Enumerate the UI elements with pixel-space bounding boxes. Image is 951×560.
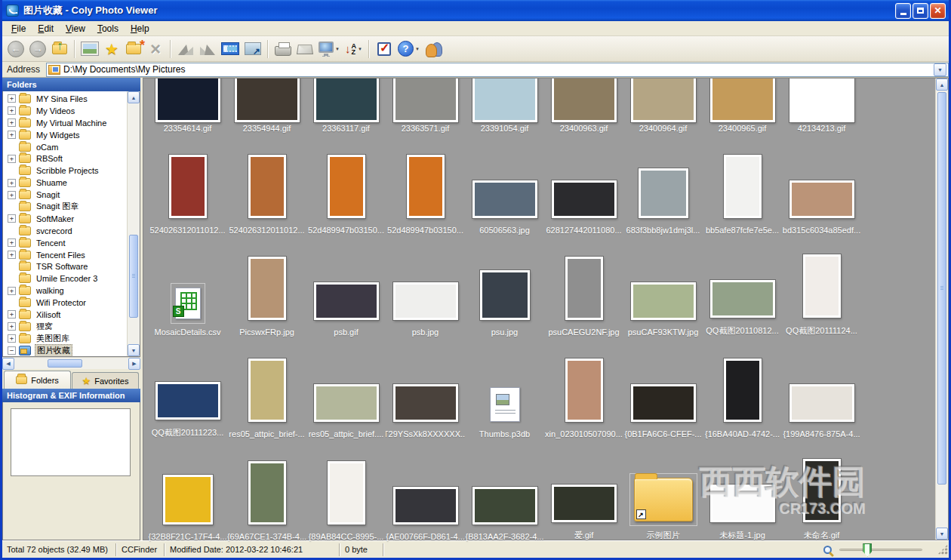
thumbnail-item[interactable]: 628127442011080... xyxy=(544,135,623,237)
resize-grip[interactable] xyxy=(937,544,948,555)
thumbnail-item[interactable]: bb5afe87fcfe7e5e... xyxy=(703,135,782,237)
menu-help[interactable]: Help xyxy=(125,22,155,35)
thumbnail-item[interactable]: 23400964.gif xyxy=(623,78,703,135)
tree-expand-toggle[interactable]: + xyxy=(8,94,16,103)
scroll-down-icon[interactable]: ▼ xyxy=(936,528,948,540)
menu-tools[interactable]: Tools xyxy=(91,22,125,35)
thumbnail-item[interactable]: psuCAEGU2NF.jpg xyxy=(544,237,623,339)
tree-expand-toggle[interactable]: + xyxy=(8,106,16,115)
set-wallpaper-dropdown-icon[interactable]: ▼ xyxy=(335,47,340,51)
tree-item[interactable]: −图片收藏 xyxy=(8,345,127,356)
thumbnail-item[interactable]: {69A67CE1-374B-4... xyxy=(227,441,306,543)
tree-item[interactable]: +美图图库 xyxy=(8,333,127,345)
thumbnail-item[interactable]: 524026312011012... xyxy=(148,135,227,237)
menu-view[interactable]: View xyxy=(60,22,91,35)
thumbnail-item[interactable]: psuCAF93KTW.jpg xyxy=(623,237,703,339)
address-input[interactable]: D:\My Documents\My Pictures ▼ xyxy=(46,63,949,77)
tree-scrollbar-thumb[interactable] xyxy=(129,235,138,318)
thumbnail-item[interactable]: 42134213.gif xyxy=(782,78,861,135)
thumbnail-item[interactable]: 60506563.jpg xyxy=(465,135,544,237)
thumbnail-item[interactable]: 524026312011012... xyxy=(227,135,306,237)
thumbnail-item[interactable]: SMosaicDetails.csv xyxy=(148,237,227,339)
tree-item[interactable]: +MY Sina Files xyxy=(8,93,127,105)
tree-item[interactable]: TSR Software xyxy=(8,260,127,272)
thumbnail-item[interactable]: Thumbs.p3db xyxy=(465,339,544,441)
forward-button[interactable] xyxy=(27,38,48,60)
tree-item[interactable]: +Tencent Files xyxy=(8,249,127,261)
tree-item[interactable]: oCam xyxy=(8,141,127,153)
favorites-star-button[interactable] xyxy=(101,38,122,60)
sort-az-button[interactable]: ↓AZ▼ xyxy=(343,38,365,60)
tree-expand-toggle[interactable]: + xyxy=(8,287,16,295)
tree-expand-toggle[interactable]: + xyxy=(8,118,16,127)
scroll-right-icon[interactable]: ▶ xyxy=(128,358,140,370)
help-dropdown-icon[interactable]: ▼ xyxy=(415,47,420,51)
thumbnail-zoom-slider[interactable] xyxy=(839,549,922,551)
thumbnail-item[interactable]: 23400965.gif xyxy=(703,78,782,135)
thumbnail-item[interactable]: PicswxFRp.jpg xyxy=(227,237,306,339)
tree-expand-toggle[interactable]: + xyxy=(8,238,16,247)
thumbnail-item[interactable]: {0B1FA6C6-CFEF-... xyxy=(623,339,703,441)
tree-expand-toggle[interactable]: + xyxy=(8,179,16,187)
tree-expand-toggle[interactable]: + xyxy=(8,334,16,343)
back-button[interactable] xyxy=(5,38,26,60)
tab-folders[interactable]: Folders xyxy=(4,371,71,389)
scroll-up-icon[interactable]: ▲ xyxy=(128,91,140,103)
tree-item[interactable]: svcrecord xyxy=(8,225,127,237)
thumbnail-item[interactable]: psb.jpg xyxy=(386,237,465,339)
tree-item[interactable]: +狸窝 xyxy=(8,321,127,333)
fullscreen-button[interactable] xyxy=(242,38,263,60)
user-accounts-button[interactable] xyxy=(423,38,445,60)
thumbnail-item[interactable]: res05_attpic_brief.... xyxy=(306,339,386,441)
thumbnail-item[interactable]: 23354614.gif xyxy=(148,78,227,135)
thumbnail-item[interactable]: 23391054.gif xyxy=(465,78,544,135)
thumbnail-item[interactable]: 52d489947b03150... xyxy=(386,135,465,237)
send-mail-button[interactable] xyxy=(294,38,315,60)
tree-expand-toggle[interactable]: + xyxy=(8,251,16,259)
tree-expand-toggle[interactable]: + xyxy=(8,191,16,199)
up-one-level-button[interactable] xyxy=(49,38,70,60)
thumbnail-item[interactable]: 未标题-1.jpg xyxy=(703,441,782,543)
thumbnail-item[interactable]: T29YSsXk8XXXXXX... xyxy=(386,339,465,441)
tree-expand-toggle[interactable]: − xyxy=(8,346,16,355)
delete-button[interactable] xyxy=(145,38,166,60)
thumbnail-item[interactable]: 未命名.gif xyxy=(782,441,861,543)
tab-favorites[interactable]: ★ Favorites xyxy=(72,372,139,389)
minimize-button[interactable] xyxy=(895,3,911,19)
menu-edit[interactable]: Edit xyxy=(32,22,60,35)
maximize-button[interactable] xyxy=(913,3,928,19)
tree-item[interactable]: Scribble Projects xyxy=(8,165,127,177)
tree-item[interactable]: +My Widgets xyxy=(8,129,127,141)
main-vertical-scrollbar[interactable]: ▲ ▼ xyxy=(935,78,948,540)
thumbnail-item[interactable]: QQ截图20111124... xyxy=(782,237,861,339)
tree-item[interactable]: +Snagit xyxy=(8,189,127,201)
slideshow-film-button[interactable] xyxy=(219,38,242,60)
rotate-right-button[interactable] xyxy=(197,38,218,60)
rotate-left-button[interactable] xyxy=(175,38,196,60)
thumbnail-item[interactable]: ↗示例图片 xyxy=(623,441,703,543)
thumbnail-item[interactable]: 23363117.gif xyxy=(306,78,386,135)
thumbnail-item[interactable]: 23400963.gif xyxy=(544,78,623,135)
thumbnail-item[interactable]: res05_attpic_brief-... xyxy=(227,339,306,441)
tree-horizontal-scrollbar[interactable]: ◀ ▶ xyxy=(2,357,140,369)
thumbnail-item[interactable]: {32B8F21C-17F4-4... xyxy=(148,441,227,543)
thumbnail-item[interactable]: {AE00766F-D861-4... xyxy=(386,441,465,543)
tree-item[interactable]: +walking xyxy=(8,285,127,297)
help-button[interactable]: ▼ xyxy=(395,38,422,60)
new-folder-button[interactable] xyxy=(123,38,144,60)
tree-hscrollbar-thumb[interactable] xyxy=(48,359,82,368)
tree-item[interactable]: +Xilisoft xyxy=(8,309,127,321)
tree-expand-toggle[interactable]: + xyxy=(8,322,16,331)
thumbnail-item[interactable]: 23354944.gif xyxy=(227,78,306,135)
thumbnail-item[interactable]: psu.jpg xyxy=(465,237,544,339)
set-wallpaper-button[interactable]: ▼ xyxy=(316,38,342,60)
view-image-button[interactable] xyxy=(79,38,100,60)
address-dropdown-button[interactable]: ▼ xyxy=(934,63,946,76)
thumbnail-item[interactable]: bd315c6034a85edf... xyxy=(782,135,861,237)
tree-expand-toggle[interactable]: + xyxy=(8,155,16,163)
thumbnail-item[interactable]: QQ截图20110812... xyxy=(703,237,782,339)
print-button[interactable] xyxy=(272,38,294,60)
thumbnail-item[interactable]: psb.gif xyxy=(306,237,386,339)
scroll-down-icon[interactable]: ▼ xyxy=(128,344,140,356)
tree-item[interactable]: +My Virtual Machine xyxy=(8,117,127,129)
